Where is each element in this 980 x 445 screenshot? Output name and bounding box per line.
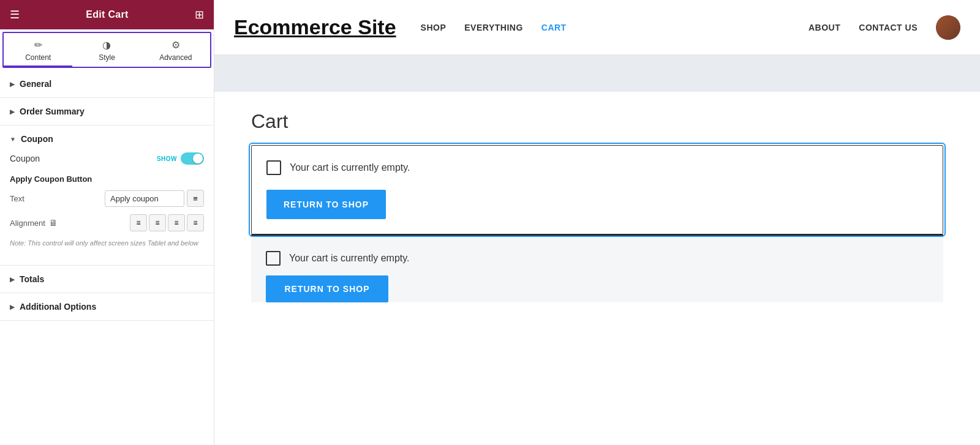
monitor-icon: 🖥: [49, 218, 58, 228]
advanced-tab-icon: ⚙: [172, 39, 180, 51]
align-justify-btn[interactable]: ≡: [187, 214, 204, 231]
coupon-toggle-row: Coupon SHOW: [10, 152, 204, 165]
coupon-expanded-content: Coupon SHOW Apply Coupon Button Text ≡: [0, 152, 214, 265]
site-logo[interactable]: Ecommerce Site: [234, 15, 396, 39]
chevron-down-icon: ▼: [10, 136, 16, 143]
coupon-label: Coupon: [10, 154, 40, 163]
cart-box-2: Your cart is currently empty. RETURN TO …: [251, 236, 943, 302]
return-to-shop-button[interactable]: RETURN TO SHOP: [266, 190, 386, 219]
cart-empty-text-2: Your cart is currently empty.: [289, 253, 410, 264]
alignment-label-group: Alignment 🖥: [10, 218, 58, 228]
align-right-btn[interactable]: ≡: [168, 214, 185, 231]
avatar-image: [936, 15, 960, 40]
tab-advanced[interactable]: ⚙ Advanced: [141, 33, 210, 67]
section-general-label: General: [20, 79, 51, 89]
avatar[interactable]: [936, 15, 960, 40]
chevron-right-icon: ▶: [10, 81, 15, 88]
section-additional-options: ▶ Additional Options: [0, 293, 214, 321]
text-field-label: Text: [10, 194, 24, 203]
section-coupon: ▼ Coupon Coupon SHOW Apply Coupon Button…: [0, 125, 214, 266]
section-order-summary: ▶ Order Summary: [0, 98, 214, 125]
cart-empty-row-1: Your cart is currently empty.: [266, 160, 928, 175]
section-order-summary-label: Order Summary: [20, 107, 85, 116]
coupon-toggle-container: SHOW: [157, 152, 204, 165]
tab-content[interactable]: ✏ Content: [4, 33, 72, 67]
sidebar: ☰ Edit Cart ⊞ ✏ Content ◑ Style ⚙ Advanc…: [0, 0, 214, 445]
style-tab-icon: ◑: [102, 39, 111, 51]
section-additional-options-label: Additional Options: [20, 302, 96, 312]
tab-style[interactable]: ◑ Style: [72, 33, 141, 67]
cart-empty-text-1: Your cart is currently empty.: [290, 162, 410, 173]
style-tab-label: Style: [99, 53, 115, 62]
sidebar-header: ☰ Edit Cart ⊞: [0, 0, 214, 29]
alignment-note: Note: This control will only affect scre…: [10, 239, 204, 248]
align-center-btn[interactable]: ≡: [149, 214, 166, 231]
coupon-toggle[interactable]: [181, 152, 204, 165]
sidebar-tabs: ✏ Content ◑ Style ⚙ Advanced: [2, 32, 211, 68]
nav-about[interactable]: ABOUT: [809, 23, 840, 32]
section-coupon-label: Coupon: [21, 134, 53, 144]
nav-shop[interactable]: SHOP: [421, 23, 447, 32]
section-order-summary-header[interactable]: ▶ Order Summary: [0, 98, 214, 125]
grid-icon[interactable]: ⊞: [195, 8, 204, 21]
main-content: Ecommerce Site SHOP EVERYTHING CART ABOU…: [214, 0, 980, 445]
hamburger-icon[interactable]: ☰: [10, 8, 20, 21]
section-totals: ▶ Totals: [0, 266, 214, 293]
section-totals-label: Totals: [20, 274, 44, 284]
section-general-header[interactable]: ▶ General: [0, 70, 214, 97]
sidebar-title: Edit Cart: [86, 9, 128, 20]
gray-banner: [214, 55, 980, 92]
nav-everything[interactable]: EVERYTHING: [464, 23, 523, 32]
section-coupon-header[interactable]: ▼ Coupon: [0, 125, 214, 152]
alignment-label: Alignment: [10, 219, 45, 228]
nav-right: ABOUT CONTACT US: [809, 15, 960, 40]
section-general: ▶ General: [0, 70, 214, 98]
top-nav: Ecommerce Site SHOP EVERYTHING CART ABOU…: [214, 0, 980, 55]
section-additional-options-header[interactable]: ▶ Additional Options: [0, 293, 214, 320]
text-align-icon-btn[interactable]: ≡: [187, 190, 204, 207]
alignment-row: Alignment 🖥 ≡ ≡ ≡ ≡: [10, 214, 204, 231]
chevron-right-icon4: ▶: [10, 304, 15, 310]
text-input-wrapper: ≡: [105, 190, 204, 207]
toggle-show-label: SHOW: [157, 155, 177, 162]
nav-links: SHOP EVERYTHING CART: [421, 23, 809, 32]
align-icon: ≡: [193, 194, 198, 203]
section-totals-header[interactable]: ▶ Totals: [0, 266, 214, 293]
text-field-row: Text ≡: [10, 190, 204, 207]
chevron-right-icon3: ▶: [10, 276, 15, 283]
nav-cart[interactable]: CART: [541, 23, 567, 32]
align-left-btn[interactable]: ≡: [130, 214, 147, 231]
cart-empty-row-2: Your cart is currently empty.: [266, 251, 929, 266]
content-tab-label: Content: [25, 53, 51, 62]
advanced-tab-label: Advanced: [159, 53, 192, 62]
nav-contact-us[interactable]: CONTACT US: [859, 23, 918, 32]
cart-checkbox-icon-2: [266, 251, 281, 266]
cart-section: Cart Your cart is currently empty. RETUR…: [214, 92, 980, 321]
apply-coupon-button-label: Apply Coupon Button: [10, 174, 204, 184]
cart-checkbox-icon-1: [266, 160, 281, 175]
content-tab-icon: ✏: [34, 39, 42, 51]
return-to-shop-button-2[interactable]: RETURN TO SHOP: [266, 275, 388, 302]
chevron-right-icon2: ▶: [10, 108, 15, 115]
cart-title: Cart: [251, 110, 943, 133]
cart-box-1[interactable]: Your cart is currently empty. RETURN TO …: [251, 145, 943, 234]
sidebar-bottom: ‹: [0, 321, 214, 445]
apply-coupon-button-section: Apply Coupon Button Text ≡ Alignment: [10, 174, 204, 248]
alignment-buttons: ≡ ≡ ≡ ≡: [130, 214, 204, 231]
apply-coupon-text-input[interactable]: [105, 190, 184, 207]
